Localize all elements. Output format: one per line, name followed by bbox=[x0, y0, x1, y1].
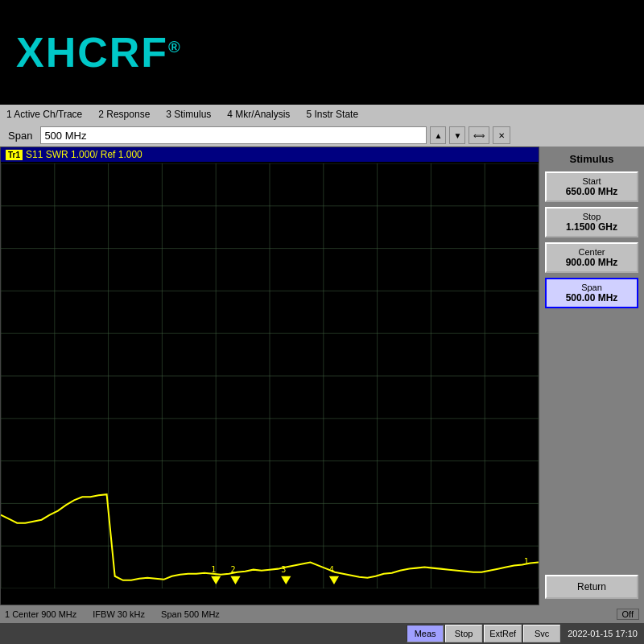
center-button[interactable]: Center 900.00 MHz bbox=[545, 242, 638, 273]
toolbar-buttons: Meas Stop ExtRef Svc bbox=[406, 625, 561, 642]
center-value: 900.00 MHz bbox=[548, 257, 635, 268]
off-label: Off bbox=[617, 609, 639, 620]
status-center: 1 Center 900 MHz bbox=[5, 609, 76, 619]
start-value: 650.00 MHz bbox=[548, 186, 635, 197]
right-panel: Stimulus Start 650.00 MHz Stop 1.1500 GH… bbox=[539, 147, 644, 605]
meas-button[interactable]: Meas bbox=[407, 625, 444, 642]
stop-value: 1.1500 GHz bbox=[548, 221, 635, 233]
stimulus-title: Stimulus bbox=[570, 153, 614, 165]
status-bar: 1 Center 900 MHz IFBW 30 kHz Span 500 MH… bbox=[0, 605, 644, 623]
chart-svg: 1 2 3 4 1 bbox=[1, 163, 539, 588]
return-button[interactable]: Return bbox=[545, 575, 638, 599]
svg-text:3: 3 bbox=[281, 565, 286, 574]
stop-button[interactable]: Stop 1.1500 GHz bbox=[545, 207, 638, 237]
span-down-btn[interactable]: ▼ bbox=[449, 126, 465, 144]
chart-container: Tr1 S11 SWR 1.000/ Ref 1.000 1 850.00000… bbox=[0, 147, 539, 605]
center-label: Center bbox=[548, 247, 635, 257]
menu-item-instr-state[interactable]: 5 Instr State bbox=[306, 109, 358, 120]
menu-item-active-ch[interactable]: 1 Active Ch/Trace bbox=[6, 109, 82, 120]
menu-item-stimulus[interactable]: 3 Stimulus bbox=[166, 109, 211, 120]
span-expand-btn[interactable]: ⟺ bbox=[469, 126, 489, 144]
menu-item-mkr-analysis[interactable]: 4 Mkr/Analysis bbox=[227, 109, 290, 120]
menu-item-response[interactable]: 2 Response bbox=[98, 109, 150, 120]
span-label: Span bbox=[3, 130, 37, 142]
span-button[interactable]: Span 500.00 MHz bbox=[545, 278, 638, 308]
span-btn-value: 500.00 MHz bbox=[548, 292, 635, 303]
span-up-btn[interactable]: ▲ bbox=[430, 126, 446, 144]
span-btn-label: Span bbox=[548, 283, 635, 292]
trace-badge: Tr1 bbox=[6, 150, 23, 160]
logo-area: XHCRF® bbox=[0, 0, 644, 105]
stop-toolbar-button[interactable]: Stop bbox=[445, 625, 482, 642]
main-area: Tr1 S11 SWR 1.000/ Ref 1.000 1 850.00000… bbox=[0, 147, 644, 605]
status-left: 1 Center 900 MHz IFBW 30 kHz Span 500 MH… bbox=[5, 609, 617, 619]
extref-button[interactable]: ExtRef bbox=[484, 625, 522, 642]
span-input[interactable] bbox=[40, 126, 427, 144]
datetime-display: 2022-01-15 17:10 bbox=[561, 629, 644, 638]
start-button[interactable]: Start 650.00 MHz bbox=[545, 171, 638, 202]
logo-brand: XHCRF bbox=[16, 29, 168, 76]
chart-header-text: S11 SWR 1.000/ Ref 1.000 bbox=[26, 149, 142, 160]
svg-text:1: 1 bbox=[211, 565, 216, 574]
status-span: Span 500 MHz bbox=[161, 609, 220, 619]
menu-bar: 1 Active Ch/Trace 2 Response 3 Stimulus … bbox=[0, 105, 644, 124]
status-ifbw: IFBW 30 kHz bbox=[93, 609, 145, 619]
span-bar: Span ▲ ▼ ⟺ ✕ bbox=[0, 124, 644, 147]
start-label: Start bbox=[548, 176, 635, 186]
svg-text:4: 4 bbox=[329, 565, 334, 574]
svg-text:1: 1 bbox=[524, 557, 529, 566]
stop-label: Stop bbox=[548, 212, 635, 221]
logo-text: XHCRF® bbox=[16, 28, 182, 76]
logo-reg: ® bbox=[168, 38, 182, 56]
span-close-btn[interactable]: ✕ bbox=[493, 126, 510, 144]
svg-text:2: 2 bbox=[230, 565, 235, 574]
bottom-toolbar: Meas Stop ExtRef Svc 2022-01-15 17:10 bbox=[0, 623, 644, 644]
svc-button[interactable]: Svc bbox=[523, 625, 560, 642]
chart-header: Tr1 S11 SWR 1.000/ Ref 1.000 bbox=[1, 147, 539, 162]
status-right: Off bbox=[617, 609, 639, 620]
